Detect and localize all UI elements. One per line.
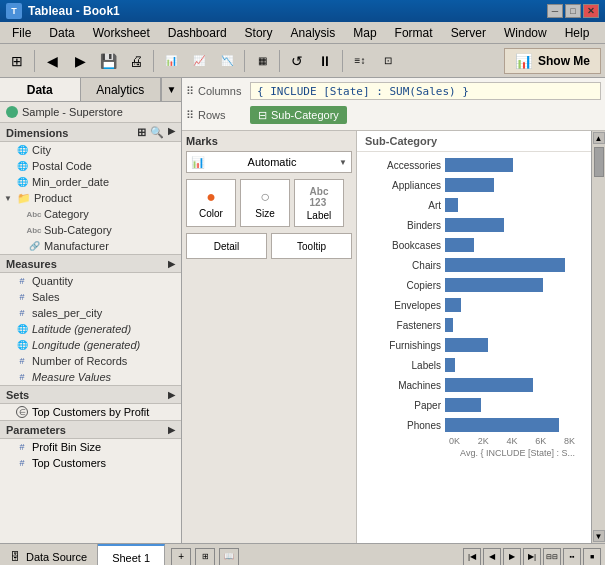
toolbar-new-btn[interactable]: ⊞ — [4, 48, 30, 74]
tab-data-source[interactable]: 🗄 Data Source — [0, 544, 98, 565]
toolbar-pause-btn[interactable]: ⏸ — [312, 48, 338, 74]
set-top-customers[interactable]: ∈ Top Customers by Profit — [0, 404, 181, 420]
vertical-scrollbar[interactable]: ▲ ▼ — [591, 131, 605, 543]
bar[interactable] — [445, 418, 559, 432]
tab-data[interactable]: Data — [0, 78, 81, 101]
params-arrow-icon[interactable]: ▶ — [168, 425, 175, 435]
toolbar-chart2-btn[interactable]: 📉 — [214, 48, 240, 74]
toolbar-sort-btn[interactable]: ≡↕ — [347, 48, 373, 74]
marks-color-btn[interactable]: ● Color — [186, 179, 236, 227]
add-dashboard-btn[interactable]: ⊞ — [195, 548, 215, 566]
dim-sub-category[interactable]: Abc Sub-Category — [0, 222, 181, 238]
scroll-thumb[interactable] — [594, 147, 604, 177]
tab-sheet1[interactable]: Sheet 1 — [98, 544, 165, 565]
menu-story[interactable]: Story — [237, 23, 281, 43]
bar[interactable] — [445, 258, 565, 272]
menu-analysis[interactable]: Analysis — [283, 23, 344, 43]
bar[interactable] — [445, 178, 494, 192]
menu-dashboard[interactable]: Dashboard — [160, 23, 235, 43]
marks-label-btn[interactable]: Abc123 Label — [294, 179, 344, 227]
dim-product-folder[interactable]: ▼ 📁 Product — [0, 190, 181, 206]
scroll-down-btn[interactable]: ▼ — [593, 530, 605, 542]
toolbar-forward-btn[interactable]: ▶ — [67, 48, 93, 74]
nav-first-btn[interactable]: |◀ — [463, 548, 481, 566]
columns-input[interactable]: { INCLUDE [State] : SUM(Sales) } — [250, 82, 601, 100]
toolbar-refresh-btn[interactable]: ↺ — [284, 48, 310, 74]
maximize-button[interactable]: □ — [565, 4, 581, 18]
measure-sales[interactable]: # Sales — [0, 289, 181, 305]
fit-entire-btn[interactable]: ■ — [583, 548, 601, 566]
dim-min-order-date[interactable]: 🌐 Min_order_date — [0, 174, 181, 190]
rows-pill[interactable]: ⊟ Sub-Category — [250, 106, 347, 124]
dimensions-grid-icon[interactable]: ⊞ — [137, 126, 146, 139]
measure-sales-per-city[interactable]: # sales_per_city — [0, 305, 181, 321]
show-me-button[interactable]: 📊 Show Me — [504, 48, 601, 74]
bar[interactable] — [445, 358, 455, 372]
marks-type-dropdown[interactable]: 📊 Automatic ▼ — [186, 151, 352, 173]
tab-analytics[interactable]: Analytics — [81, 78, 162, 101]
measures-label: Measures — [6, 258, 57, 270]
close-button[interactable]: ✕ — [583, 4, 599, 18]
menu-server[interactable]: Server — [443, 23, 494, 43]
marks-size-btn[interactable]: ○ Size — [240, 179, 290, 227]
menu-format[interactable]: Format — [387, 23, 441, 43]
bar[interactable] — [445, 218, 504, 232]
marks-tooltip-btn[interactable]: Tooltip — [271, 233, 352, 259]
bar[interactable] — [445, 338, 488, 352]
bar[interactable] — [445, 278, 543, 292]
dimensions-arrow-icon[interactable]: ▶ — [168, 126, 175, 139]
tab-sheet1-label: Sheet 1 — [112, 552, 150, 564]
dim-postal-code[interactable]: 🌐 Postal Code — [0, 158, 181, 174]
bar-container — [445, 398, 575, 412]
dim-city[interactable]: 🌐 City — [0, 142, 181, 158]
measure-measure-values[interactable]: # Measure Values — [0, 369, 181, 385]
toolbar-back-btn[interactable]: ◀ — [39, 48, 65, 74]
marks-color-label: Color — [199, 208, 223, 219]
measures-arrow-icon[interactable]: ▶ — [168, 259, 175, 269]
toolbar-chart-btn[interactable]: 📈 — [186, 48, 212, 74]
dimensions-search-icon[interactable]: 🔍 — [150, 126, 164, 139]
nav-last-btn[interactable]: ▶| — [523, 548, 541, 566]
fit-view-btn[interactable]: ▪▪ — [563, 548, 581, 566]
param-profit-bin[interactable]: # Profit Bin Size — [0, 439, 181, 455]
add-sheet-btn[interactable]: + — [171, 548, 191, 566]
bar-container — [445, 178, 575, 192]
measure-quantity[interactable]: # Quantity — [0, 273, 181, 289]
toolbar-save-btn[interactable]: 💾 — [95, 48, 121, 74]
param-top-customers[interactable]: # Top Customers — [0, 455, 181, 471]
toolbar-fit-btn[interactable]: ⊡ — [375, 48, 401, 74]
sets-arrow-icon[interactable]: ▶ — [168, 390, 175, 400]
toolbar-present-btn[interactable]: ▦ — [249, 48, 275, 74]
fit-rows-btn[interactable]: ⊟⊟ — [543, 548, 561, 566]
bar[interactable] — [445, 198, 458, 212]
menu-help[interactable]: Help — [557, 23, 598, 43]
menu-window[interactable]: Window — [496, 23, 555, 43]
marks-detail-btn[interactable]: Detail — [186, 233, 267, 259]
bar[interactable] — [445, 398, 481, 412]
toolbar-connect-btn[interactable]: 📊 — [158, 48, 184, 74]
bar[interactable] — [445, 298, 461, 312]
menu-file[interactable]: File — [4, 23, 39, 43]
toolbar-print-btn[interactable]: 🖨 — [123, 48, 149, 74]
bar[interactable] — [445, 318, 453, 332]
measure-latitude[interactable]: 🌐 Latitude (generated) — [0, 321, 181, 337]
bar[interactable] — [445, 378, 533, 392]
dim-category[interactable]: Abc Category — [0, 206, 181, 222]
bar[interactable] — [445, 158, 513, 172]
panel-options-btn[interactable]: ▼ — [161, 78, 181, 101]
measure-longitude[interactable]: 🌐 Longitude (generated) — [0, 337, 181, 353]
bar[interactable] — [445, 238, 474, 252]
menu-data[interactable]: Data — [41, 23, 82, 43]
menu-map[interactable]: Map — [345, 23, 384, 43]
minimize-button[interactable]: ─ — [547, 4, 563, 18]
menu-worksheet[interactable]: Worksheet — [85, 23, 158, 43]
columns-pill[interactable]: { INCLUDE [State] : SUM(Sales) } — [257, 85, 469, 98]
nav-prev-btn[interactable]: ◀ — [483, 548, 501, 566]
nav-next-btn[interactable]: ▶ — [503, 548, 521, 566]
scroll-up-btn[interactable]: ▲ — [593, 132, 605, 144]
measure-num-records[interactable]: # Number of Records — [0, 353, 181, 369]
source-name[interactable]: Sample - Superstore — [0, 102, 181, 123]
hash-icon: # — [16, 275, 28, 287]
add-story-btn[interactable]: 📖 — [219, 548, 239, 566]
dim-manufacturer[interactable]: 🔗 Manufacturer — [0, 238, 181, 254]
